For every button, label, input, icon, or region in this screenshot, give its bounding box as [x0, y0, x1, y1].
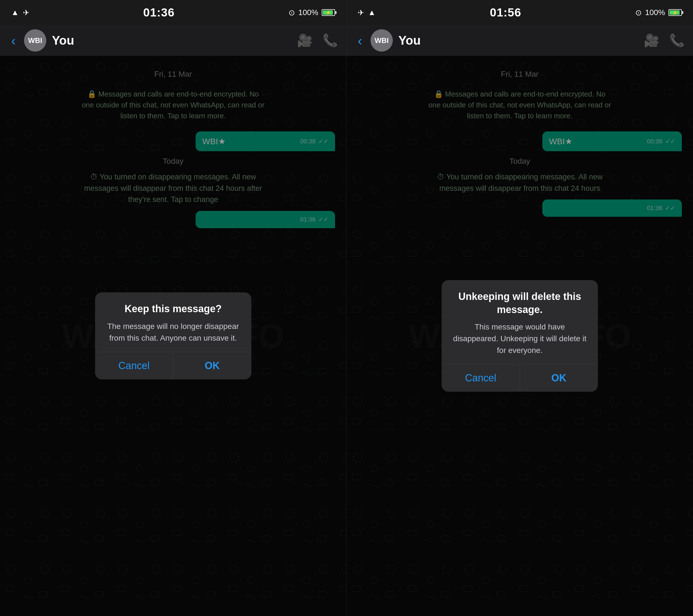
- right-back-button[interactable]: ‹: [355, 33, 365, 48]
- left-status-left: ▲ ✈: [11, 8, 29, 17]
- right-dialog: Unkeeping will delete this message. This…: [442, 280, 598, 392]
- left-nav-bar: ‹ WBI You 🎥 📞: [0, 25, 346, 56]
- left-dialog-title: Keep this message?: [106, 302, 240, 316]
- right-avatar[interactable]: WBI: [371, 29, 393, 52]
- airplane-icon: ✈: [23, 8, 29, 17]
- left-cancel-button[interactable]: Cancel: [95, 352, 174, 379]
- left-time: 01:36: [143, 6, 174, 19]
- right-chat-main: Fri, 11 Mar 🔒 Messages and calls are end…: [346, 56, 693, 616]
- right-contact-name[interactable]: You: [398, 34, 638, 47]
- left-ok-button[interactable]: OK: [173, 352, 251, 379]
- right-status-left: ✈ ▲: [358, 8, 376, 17]
- right-video-icon[interactable]: 🎥: [644, 33, 659, 48]
- left-dialog-overlay: Keep this message? The message will no l…: [0, 56, 346, 616]
- left-dialog-message: The message will no longer disappear fro…: [106, 321, 240, 344]
- left-avatar[interactable]: WBI: [24, 29, 46, 52]
- right-status-bar: ✈ ▲ 01:56 ⊙ 100% ⚡: [346, 0, 693, 25]
- right-screen: ✈ ▲ 01:56 ⊙ 100% ⚡ ‹ WBI: [346, 0, 693, 616]
- left-dialog-buttons: Cancel OK: [95, 352, 251, 379]
- left-dialog-body: Keep this message? The message will no l…: [95, 292, 251, 352]
- right-airplane-icon: ✈: [358, 8, 364, 17]
- right-dialog-body: Unkeeping will delete this message. This…: [442, 280, 598, 364]
- left-screen: ▲ ✈ 01:36 ⊙ 100% ⚡ ‹ WBI: [0, 0, 346, 616]
- right-battery-icon: ⚡: [669, 9, 682, 16]
- right-dialog-title: Unkeeping will delete this message.: [453, 290, 587, 316]
- right-dialog-buttons: Cancel OK: [442, 364, 598, 392]
- left-charging-icon: ⚡: [325, 10, 331, 15]
- left-call-icon[interactable]: 📞: [322, 33, 338, 48]
- right-wifi-icon: ▲: [368, 8, 376, 17]
- right-location-icon: ⊙: [635, 8, 642, 17]
- left-battery-pct: 100%: [298, 8, 318, 17]
- left-dialog: Keep this message? The message will no l…: [95, 292, 251, 379]
- left-contact-name[interactable]: You: [52, 34, 292, 47]
- right-nav-bar: ‹ WBI You 🎥 📞: [346, 25, 693, 56]
- wifi-icon: ▲: [11, 8, 19, 17]
- left-video-icon[interactable]: 🎥: [297, 33, 313, 48]
- right-dialog-overlay: Unkeeping will delete this message. This…: [346, 56, 693, 616]
- right-battery-pct: 100%: [645, 8, 665, 17]
- right-dialog-message: This message would have disappeared. Unk…: [453, 321, 587, 356]
- left-nav-actions: 🎥 📞: [297, 33, 338, 48]
- left-status-right: ⊙ 100% ⚡: [289, 8, 335, 17]
- right-ok-button[interactable]: OK: [520, 364, 598, 392]
- right-nav-actions: 🎥 📞: [644, 33, 685, 48]
- right-time: 01:56: [490, 6, 521, 19]
- left-status-bar: ▲ ✈ 01:36 ⊙ 100% ⚡: [0, 0, 346, 25]
- left-chat-main: Fri, 11 Mar 🔒 Messages and calls are end…: [0, 56, 346, 616]
- left-battery-icon: ⚡: [322, 9, 335, 16]
- right-charging-icon: ⚡: [672, 10, 678, 15]
- right-cancel-button[interactable]: Cancel: [442, 364, 520, 392]
- right-status-right: ⊙ 100% ⚡: [635, 8, 682, 17]
- left-back-button[interactable]: ‹: [8, 33, 18, 48]
- location-icon: ⊙: [289, 8, 295, 17]
- right-call-icon[interactable]: 📞: [669, 33, 685, 48]
